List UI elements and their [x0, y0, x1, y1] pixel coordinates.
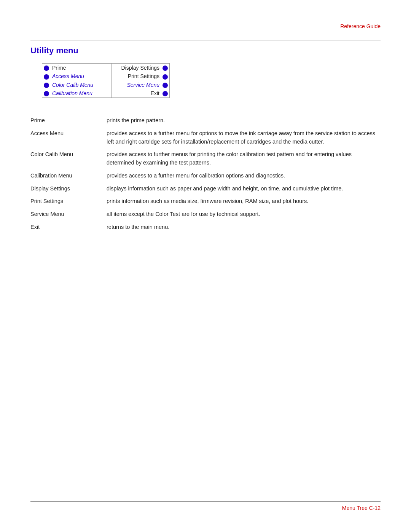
content-area: Utility menu PrimeDisplay SettingsAccess… — [30, 46, 381, 234]
description-table: Primeprints the prime pattern.Access Men… — [30, 114, 381, 234]
bullet-right — [161, 64, 169, 72]
desc-row: Exitreturns to the main menu. — [30, 221, 381, 234]
desc-row: Primeprints the prime pattern. — [30, 114, 381, 127]
desc-term: Calibration Menu — [30, 169, 107, 182]
dot-icon — [162, 83, 168, 88]
top-rule — [30, 40, 381, 40]
desc-term: Print Settings — [30, 195, 107, 208]
dot-icon — [44, 66, 49, 71]
desc-row: Service Menuall items except the Color T… — [30, 208, 381, 221]
desc-def: all items except the Color Test are for … — [107, 208, 381, 221]
bullet-right — [161, 72, 169, 80]
dot-icon — [162, 66, 168, 71]
menu-left-item[interactable]: Calibration Menu — [51, 89, 112, 97]
desc-term: Service Menu — [30, 208, 107, 221]
bullet-left — [42, 64, 51, 72]
desc-row: Calibration Menuprovides access to a fur… — [30, 169, 381, 182]
desc-def: provides access to a further menu for op… — [107, 127, 381, 149]
desc-term: Display Settings — [30, 182, 107, 195]
desc-def: provides access to further menus for pri… — [107, 148, 381, 169]
bullet-left — [42, 89, 51, 97]
bullet-right — [161, 81, 169, 89]
desc-row: Color Calib Menuprovides access to furth… — [30, 148, 381, 169]
header-label: Reference Guide — [340, 23, 381, 29]
bullet-left — [42, 72, 51, 80]
desc-term: Prime — [30, 114, 107, 127]
desc-row: Print Settingsprints information such as… — [30, 195, 381, 208]
desc-def: returns to the main menu. — [107, 221, 381, 234]
bottom-rule — [30, 501, 381, 502]
menu-left-item[interactable]: Access Menu — [51, 72, 112, 80]
desc-def: prints information such as media size, f… — [107, 195, 381, 208]
bullet-left — [42, 81, 51, 89]
footer-label: Menu Tree C-12 — [342, 505, 381, 511]
menu-right-item[interactable]: Service Menu — [112, 81, 161, 89]
desc-row: Display Settingsdisplays information suc… — [30, 182, 381, 195]
desc-term: Color Calib Menu — [30, 148, 107, 169]
menu-table: PrimeDisplay SettingsAccess MenuPrint Se… — [42, 64, 169, 97]
desc-term: Exit — [30, 221, 107, 234]
dot-icon — [44, 83, 49, 88]
dot-icon — [162, 91, 168, 96]
menu-right-item: Display Settings — [112, 64, 161, 72]
page-title: Utility menu — [30, 46, 381, 56]
page-header: Reference Guide — [340, 23, 381, 29]
menu-left-item: Prime — [51, 64, 112, 72]
menu-box: PrimeDisplay SettingsAccess MenuPrint Se… — [42, 63, 170, 98]
menu-left-item[interactable]: Color Calib Menu — [51, 81, 112, 89]
desc-term: Access Menu — [30, 127, 107, 149]
desc-def: displays information such as paper and p… — [107, 182, 381, 195]
menu-right-item: Exit — [112, 89, 161, 97]
dot-icon — [44, 91, 49, 96]
desc-def: provides access to a further menu for ca… — [107, 169, 381, 182]
dot-icon — [162, 74, 168, 80]
page-footer: Menu Tree C-12 — [342, 505, 381, 511]
desc-row: Access Menuprovides access to a further … — [30, 127, 381, 149]
desc-def: prints the prime pattern. — [107, 114, 381, 127]
bullet-right — [161, 89, 169, 97]
menu-right-item: Print Settings — [112, 72, 161, 80]
dot-icon — [44, 74, 49, 80]
